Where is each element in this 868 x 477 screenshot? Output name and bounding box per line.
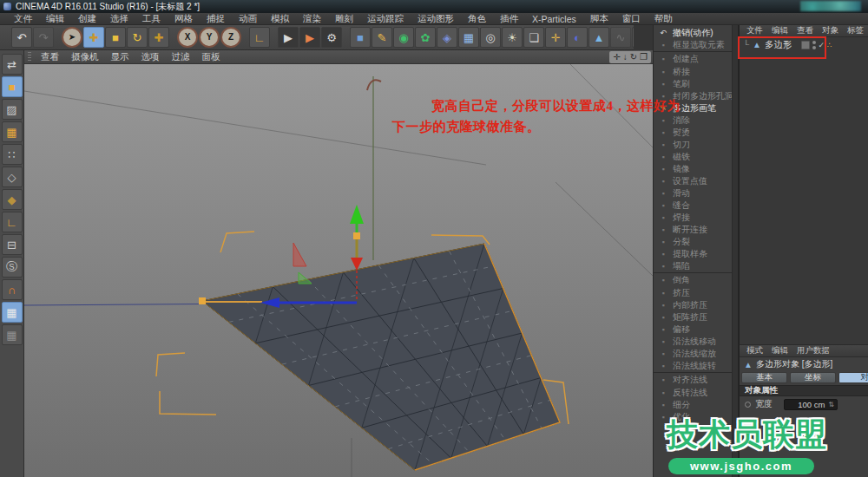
palette-command[interactable]: ▪ 内部挤压 xyxy=(654,299,738,311)
palette-command[interactable]: ▪ 切刀 xyxy=(654,139,738,151)
last-tool-icon[interactable]: ✚ xyxy=(148,27,169,48)
light-object-icon[interactable]: ☀ xyxy=(502,27,523,48)
menu-item[interactable]: 工具 xyxy=(135,13,168,25)
modeling-tools-icon[interactable]: ✿ xyxy=(415,27,436,48)
pan-view-icon[interactable]: ✛ xyxy=(613,53,620,62)
palette-command[interactable]: ▪ 镜像 xyxy=(654,163,738,175)
polygons-mode-icon[interactable]: ◆ xyxy=(2,189,23,210)
viewport-menu-item[interactable]: 摄像机 xyxy=(65,51,105,63)
menu-item[interactable]: 动画 xyxy=(232,13,264,25)
palette-command[interactable]: ▪ 提取样条 xyxy=(654,248,738,260)
primitive-cube-icon[interactable]: ■ xyxy=(350,27,371,48)
menu-item[interactable]: 查看 xyxy=(793,25,817,36)
palette-command[interactable]: ▪ 焊接 xyxy=(654,212,738,224)
attribute-tab[interactable]: 坐标 xyxy=(790,372,836,383)
viewport-menu-item[interactable]: 查看 xyxy=(35,51,65,63)
menu-item[interactable]: 标签 xyxy=(844,25,867,36)
toggle-layout-icon[interactable]: ❐ xyxy=(640,53,648,62)
menu-item[interactable]: X-Particles xyxy=(525,14,583,24)
workplane-mode-icon[interactable]: ▦ xyxy=(2,324,23,345)
menu-item[interactable]: 选择 xyxy=(103,13,135,25)
keyframe-circle-icon[interactable] xyxy=(745,402,751,408)
palette-command[interactable]: ▪ 创建点 xyxy=(654,51,738,66)
menu-item[interactable]: 用户数据 xyxy=(793,345,833,356)
model-mode-icon[interactable]: ■ xyxy=(2,76,23,97)
render-settings-icon[interactable]: ⚙ xyxy=(321,27,342,48)
undo-icon[interactable]: ↶ xyxy=(11,27,32,48)
spline-pen-icon[interactable]: ✎ xyxy=(372,27,392,48)
viewport-menu-item[interactable]: 过滤 xyxy=(166,51,196,63)
edges-mode-icon[interactable]: ◇ xyxy=(2,167,23,187)
palette-command[interactable]: ▪ 磁铁 xyxy=(654,151,738,163)
redo-icon[interactable]: ↷ xyxy=(33,27,54,48)
points-tag-icon[interactable]: ∴ xyxy=(827,41,832,49)
palette-command[interactable]: ▪ 消除 xyxy=(654,114,738,127)
snap-settings-icon[interactable]: Ⓢ xyxy=(2,257,23,278)
palette-command[interactable]: ▪ 倒角 xyxy=(654,272,738,287)
menu-item[interactable]: 运动图形 xyxy=(411,13,461,25)
coordinate-system-icon[interactable]: ∟ xyxy=(249,27,270,48)
menu-item[interactable]: 捕捉 xyxy=(200,13,232,25)
palette-command[interactable]: ▪ 细分 xyxy=(654,399,738,411)
lock-z-axis-icon[interactable]: Z xyxy=(220,27,241,48)
scale-tool-icon[interactable]: ■ xyxy=(105,27,126,48)
sky-object-icon[interactable]: ◐ xyxy=(567,27,588,48)
deformer-icon[interactable]: ◈ xyxy=(437,27,457,48)
subdivision-surface-icon[interactable]: ◉ xyxy=(393,27,414,48)
floor-object-icon[interactable]: ▦ xyxy=(458,27,479,48)
menu-item[interactable]: 网格 xyxy=(168,13,200,25)
lock-workplane-icon[interactable]: ▦ xyxy=(2,302,23,323)
axis-mode-icon[interactable]: ∟ xyxy=(2,212,23,232)
palette-command[interactable]: ▪ 塌陷 xyxy=(654,260,738,272)
rotate-view-icon[interactable]: ↻ xyxy=(630,53,637,62)
menu-item[interactable]: 编辑 xyxy=(768,25,792,36)
workplane-paint-icon[interactable]: ▦ xyxy=(2,121,23,142)
menu-item[interactable]: 渲染 xyxy=(296,13,328,25)
viewport-solo-icon[interactable]: ⊟ xyxy=(2,234,23,255)
attribute-tab[interactable]: 基本 xyxy=(741,372,787,383)
lock-y-axis-icon[interactable]: Y xyxy=(199,27,220,48)
rotate-tool-icon[interactable]: ↻ xyxy=(127,27,148,48)
texture-mode-icon[interactable]: ▨ xyxy=(2,99,23,120)
palette-command[interactable]: ▪ 沿法线移动 xyxy=(654,336,738,348)
gizmo-scale-handle[interactable] xyxy=(353,232,360,239)
menu-item[interactable]: 模式 xyxy=(743,345,766,356)
camera-object-icon[interactable]: ◎ xyxy=(480,27,501,48)
palette-command[interactable]: ▪ 偏移 xyxy=(654,323,738,336)
palette-command[interactable]: ▪ 挤压 xyxy=(654,287,738,299)
magnet-snap-icon[interactable]: ∩ xyxy=(2,279,23,300)
menu-item[interactable]: 窗口 xyxy=(615,13,648,25)
menu-item[interactable]: 创建 xyxy=(71,13,103,25)
palette-command[interactable]: ▪ 滑动 xyxy=(654,187,738,199)
points-mode-icon[interactable]: ∷ xyxy=(2,144,23,165)
viewport-menu-item[interactable]: 显示 xyxy=(105,51,135,63)
menu-item[interactable]: 对象 xyxy=(819,25,842,36)
palette-command[interactable]: ▪ 断开连接 xyxy=(654,224,738,236)
viewport-menu-item[interactable]: 面板 xyxy=(196,51,227,63)
render-view-icon[interactable]: ▶ xyxy=(278,27,299,48)
menu-item[interactable]: 插件 xyxy=(493,13,525,25)
left-vertex-handle[interactable] xyxy=(199,297,206,304)
menu-item[interactable]: 角色 xyxy=(461,13,493,25)
width-input[interactable]: 100 cm ⇅ xyxy=(784,399,838,410)
palette-command[interactable]: ▪ 沿法线旋转 xyxy=(654,360,738,372)
palette-command[interactable]: ▪ 笔刷 xyxy=(654,78,738,90)
menu-item[interactable]: 编辑 xyxy=(39,13,71,25)
palette-command[interactable]: ▪ 反转法线 xyxy=(654,387,738,399)
viewport-menu-item[interactable]: 选项 xyxy=(135,51,166,63)
live-selection-icon[interactable]: ➤ xyxy=(62,27,82,48)
palette-command[interactable]: ▪ 对齐法线 xyxy=(654,372,738,387)
character-icon[interactable]: ▲ xyxy=(589,27,609,48)
palette-command[interactable]: ▪ 设置点值 xyxy=(654,175,738,187)
attribute-tab[interactable]: 对象 xyxy=(838,372,868,383)
window-controls-area[interactable] xyxy=(800,1,861,11)
palette-command[interactable]: ▪ 熨烫 xyxy=(654,127,738,139)
make-editable-icon[interactable]: ⇄ xyxy=(2,54,23,75)
menu-item[interactable]: 模拟 xyxy=(264,13,296,25)
render-picture-viewer-icon[interactable]: ▶ xyxy=(299,27,320,48)
xyz-manager-icon[interactable]: ✛ xyxy=(545,27,566,48)
palette-command[interactable]: ▪ 矩阵挤压 xyxy=(654,311,738,323)
stepper-icon[interactable]: ⇅ xyxy=(828,401,834,408)
menu-item[interactable]: 文件 xyxy=(7,13,39,25)
move-tool-icon[interactable]: ✚ xyxy=(83,27,104,48)
